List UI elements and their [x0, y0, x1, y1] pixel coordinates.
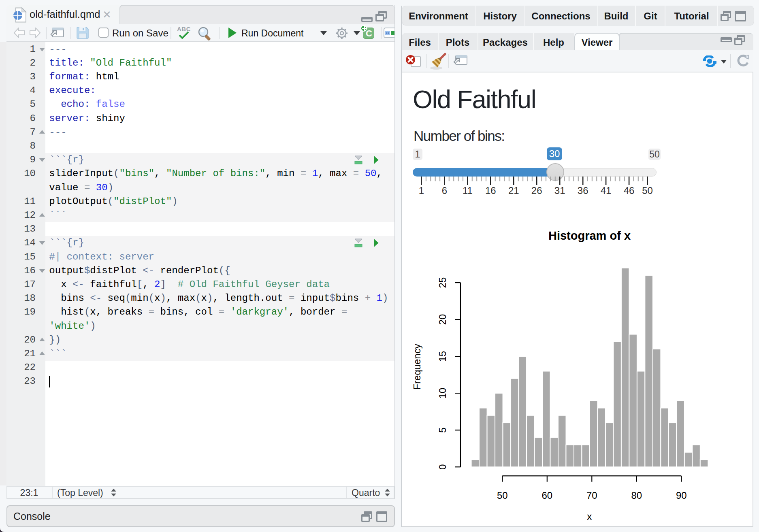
- svg-text:25: 25: [437, 277, 448, 288]
- svg-text:90: 90: [676, 490, 687, 501]
- svg-text:16: 16: [485, 185, 496, 196]
- svg-text:1: 1: [419, 185, 424, 196]
- svg-text:x: x: [587, 511, 592, 522]
- svg-text:70: 70: [586, 490, 597, 501]
- svg-text:6: 6: [442, 185, 447, 196]
- svg-text:Histogram of x: Histogram of x: [548, 229, 631, 242]
- svg-text:46: 46: [624, 185, 635, 196]
- svg-text:Frequency: Frequency: [411, 344, 422, 389]
- svg-text:20: 20: [437, 314, 448, 325]
- svg-text:36: 36: [578, 185, 588, 196]
- svg-text:31: 31: [554, 185, 565, 196]
- svg-text:15: 15: [437, 351, 448, 362]
- svg-text:60: 60: [542, 490, 552, 501]
- svg-text:21: 21: [508, 185, 519, 196]
- svg-text:50: 50: [497, 490, 508, 501]
- svg-text:0: 0: [437, 464, 448, 470]
- svg-text:11: 11: [463, 185, 473, 196]
- svg-text:50: 50: [642, 185, 653, 196]
- svg-text:10: 10: [437, 388, 448, 399]
- svg-text:41: 41: [601, 185, 612, 196]
- svg-text:26: 26: [531, 185, 542, 196]
- svg-text:80: 80: [631, 490, 642, 501]
- svg-text:5: 5: [437, 428, 448, 433]
